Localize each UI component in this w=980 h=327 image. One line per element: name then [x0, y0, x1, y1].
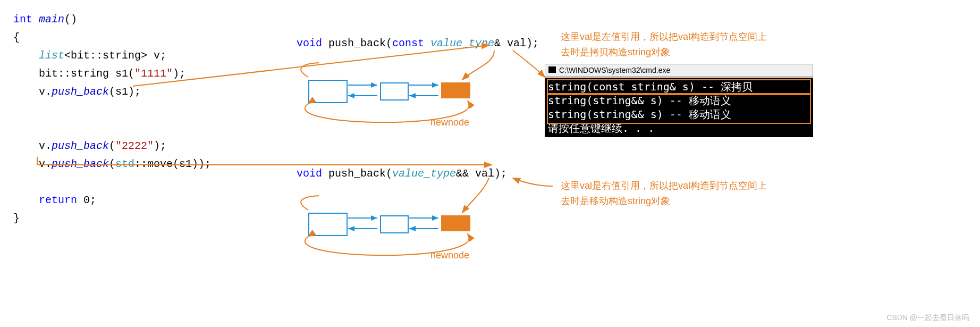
node-box	[308, 213, 348, 236]
node-box	[380, 215, 409, 233]
console-output: string(const string& s) -- 深拷贝string(str…	[545, 78, 813, 137]
arrow-val-to-node-bottom	[462, 178, 489, 213]
ll-loop-top-arc	[301, 63, 319, 77]
newnode-box	[441, 215, 470, 231]
ll-loop-bottom-arc	[301, 196, 319, 210]
annotation-rvalue: 这里val是右值引用，所以把val构造到节点空间上 去时是移动构造string对…	[561, 178, 767, 209]
arrow-sig1-right	[513, 51, 545, 77]
newnode-label: newnode	[430, 117, 469, 128]
diagram-canvas: int main() { list<bit::string> v; bit::s…	[0, 0, 980, 327]
source-code: int main() { list<bit::string> v; bit::s…	[13, 11, 211, 228]
node-box	[308, 80, 348, 103]
console-titlebar: C:\WINDOWS\system32\cmd.exe	[545, 64, 813, 77]
arrow-anno2-left	[513, 178, 553, 186]
newnode-box	[441, 82, 470, 98]
func-signature-rvalue: void push_back(value_type&& val);	[297, 165, 507, 183]
arrow-val-to-node-top	[462, 51, 494, 80]
newnode-label: newnode	[430, 250, 469, 261]
annotation-lvalue: 这里val是左值引用，所以把val构造到节点空间上 去时是拷贝构造string对…	[561, 29, 767, 60]
watermark: CSDN @一起去看日落吗	[886, 313, 969, 323]
node-box	[380, 82, 409, 100]
func-signature-lvalue: void push_back(const value_type& val);	[297, 35, 539, 53]
